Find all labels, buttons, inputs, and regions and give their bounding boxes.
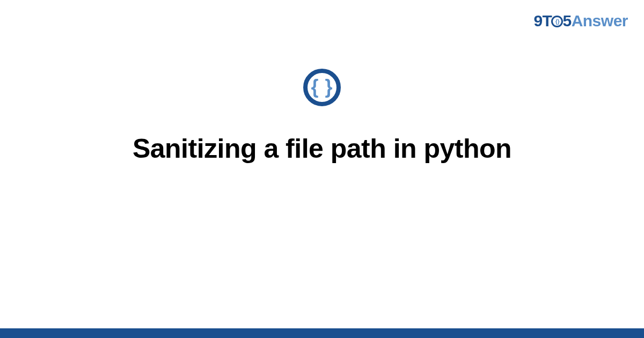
- brand-o-braces: {}: [551, 16, 563, 27]
- icon-braces: { }: [311, 77, 333, 97]
- brand-text-answer: Answer: [572, 12, 628, 30]
- brand-text-5: 5: [562, 12, 571, 30]
- code-braces-icon: { }: [303, 69, 341, 106]
- brand-logo: 9T{}5Answer: [533, 12, 628, 30]
- brand-text-9t: 9T: [533, 12, 552, 30]
- page-title: Sanitizing a file path in python: [0, 133, 644, 164]
- icon-ring: { }: [303, 69, 341, 106]
- bottom-accent-bar: [0, 328, 644, 338]
- brand-o-icon: {}: [551, 16, 563, 27]
